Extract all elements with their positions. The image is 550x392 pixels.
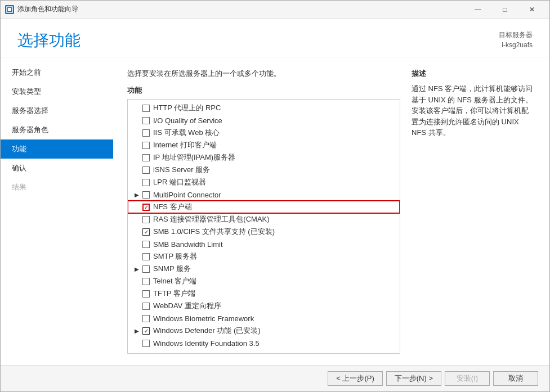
cancel-button[interactable]: 取消	[493, 371, 538, 386]
feature-label: iSNS Server 服务	[153, 165, 210, 175]
features-label: 功能	[127, 85, 400, 96]
nfs-client-item[interactable]: NFS 客户端	[128, 201, 400, 213]
window-title: 添加角色和功能向导	[17, 4, 78, 14]
expand-arrow-icon[interactable]: ▶	[132, 190, 141, 199]
expand-placeholder	[132, 277, 141, 286]
feature-checkbox[interactable]	[142, 142, 150, 149]
main-content: 选择要安装在所选服务器上的一个或多个功能。 功能 HTTP 代理上的 RPC	[113, 57, 549, 365]
expand-placeholder	[132, 240, 141, 249]
feature-label: Internet 打印客户端	[153, 140, 217, 150]
feature-checkbox[interactable]	[142, 315, 150, 322]
sidebar-item-features[interactable]: 功能	[1, 139, 113, 159]
feature-label: WebDAV 重定向程序	[153, 301, 221, 311]
maximize-button[interactable]: □	[492, 1, 518, 19]
next-button[interactable]: 下一步(N) >	[386, 371, 441, 386]
feature-checkbox[interactable]	[142, 179, 150, 186]
expand-arrow-icon[interactable]: ▶	[132, 264, 141, 273]
list-item[interactable]: ▶ SNMP 服务	[128, 263, 400, 275]
feature-checkbox[interactable]	[142, 154, 150, 161]
list-item[interactable]: SMB 1.0/CIFS 文件共享支持 (已安装)	[128, 226, 400, 238]
list-item[interactable]: SMB Bandwidth Limit	[128, 238, 400, 250]
feature-label: MultiPoint Connector	[153, 191, 221, 199]
content-area: 选择功能 目标服务器 i-ksg2uafs 开始之前 安装类型 服务器选择 服务…	[1, 19, 549, 391]
feature-label: SNMP 服务	[153, 264, 191, 274]
sidebar-item-confirm[interactable]: 确认	[1, 159, 113, 178]
page-title: 选择功能	[17, 30, 81, 51]
server-info: 目标服务器 i-ksg2uafs	[499, 30, 533, 50]
feature-label: Windows Defender 功能 (已安装)	[153, 326, 261, 336]
features-list-container[interactable]: HTTP 代理上的 RPC I/O Quality of Service	[127, 99, 400, 354]
feature-label: SMB Bandwidth Limit	[153, 240, 223, 249]
list-item[interactable]: Telnet 客户端	[128, 275, 400, 287]
feature-label: Telnet 客户端	[153, 276, 196, 286]
feature-checkbox[interactable]	[142, 117, 150, 124]
description-text: 通过 NFS 客户端，此计算机能够访问基于 UNIX 的 NFS 服务器上的文件…	[412, 83, 535, 138]
svg-rect-1	[8, 8, 11, 11]
expand-placeholder	[132, 128, 141, 137]
install-button[interactable]: 安装(I)	[445, 371, 490, 386]
nfs-checkbox[interactable]	[142, 204, 150, 211]
feature-checkbox[interactable]	[142, 303, 150, 310]
list-item[interactable]: ▶ MultiPoint Connector	[128, 188, 400, 201]
expand-placeholder	[132, 165, 141, 174]
sidebar-item-install-type[interactable]: 安装类型	[1, 82, 113, 101]
description-label: 描述	[412, 69, 535, 79]
feature-label: IIS 可承载 Web 核心	[153, 128, 220, 138]
feature-checkbox[interactable]	[142, 340, 150, 347]
app-icon	[5, 5, 14, 14]
expand-placeholder	[132, 103, 141, 112]
sidebar-item-server-roles[interactable]: 服务器角色	[1, 120, 113, 139]
list-item[interactable]: Internet 打印客户端	[128, 139, 400, 151]
feature-checkbox[interactable]	[142, 265, 150, 273]
list-item[interactable]: IP 地址管理(IPAM)服务器	[128, 151, 400, 164]
feature-label: LPR 端口监视器	[153, 177, 206, 187]
list-item[interactable]: IIS 可承载 Web 核心	[128, 127, 400, 139]
sidebar-item-start[interactable]: 开始之前	[1, 63, 113, 82]
list-item[interactable]: SMTP 服务器	[128, 250, 400, 263]
feature-checkbox[interactable]	[142, 228, 150, 236]
list-item[interactable]: ▶ Windows Defender 功能 (已安装)	[128, 325, 400, 337]
prev-button[interactable]: < 上一步(P)	[328, 371, 383, 386]
feature-label: TFTP 客户端	[153, 289, 195, 299]
list-item[interactable]: iSNS Server 服务	[128, 164, 400, 176]
list-item[interactable]: RAS 连接管理器管理工具包(CMAK)	[128, 213, 400, 226]
feature-label: IP 地址管理(IPAM)服务器	[153, 152, 235, 163]
list-item[interactable]: LPR 端口监视器	[128, 176, 400, 188]
close-button[interactable]: ✕	[519, 1, 545, 19]
feature-checkbox[interactable]	[142, 327, 150, 335]
feature-label: HTTP 代理上的 RPC	[153, 103, 221, 113]
feature-checkbox[interactable]	[142, 191, 150, 199]
minimize-button[interactable]: —	[465, 1, 491, 19]
feature-checkbox[interactable]	[142, 129, 150, 137]
main-area: 开始之前 安装类型 服务器选择 服务器角色 功能 确认 结果 选择要安装在所选服…	[1, 57, 549, 365]
feature-checkbox[interactable]	[142, 241, 150, 248]
expand-placeholder	[132, 339, 141, 348]
list-item[interactable]: Windows Identity Foundation 3.5	[128, 337, 400, 349]
feature-checkbox[interactable]	[142, 166, 150, 174]
feature-label: Windows Identity Foundation 3.5	[153, 339, 260, 348]
list-item[interactable]: HTTP 代理上的 RPC	[128, 102, 400, 114]
expand-placeholder	[132, 215, 141, 224]
feature-checkbox[interactable]	[142, 253, 150, 260]
feature-checkbox[interactable]	[142, 290, 150, 298]
expand-placeholder	[132, 141, 141, 150]
list-item[interactable]: TFTP 客户端	[128, 287, 400, 300]
feature-checkbox[interactable]	[142, 216, 150, 223]
feature-checkbox[interactable]	[142, 105, 150, 112]
sidebar: 开始之前 安装类型 服务器选择 服务器角色 功能 确认 结果	[1, 57, 113, 365]
feature-checkbox[interactable]	[142, 278, 150, 285]
sidebar-item-server-select[interactable]: 服务器选择	[1, 101, 113, 120]
list-item[interactable]: WebDAV 重定向程序	[128, 300, 400, 312]
feature-label: RAS 连接管理器管理工具包(CMAK)	[153, 214, 270, 224]
feature-label: SMTP 服务器	[153, 251, 198, 262]
nfs-label: NFS 客户端	[153, 202, 192, 212]
list-item[interactable]: Windows Biometric Framework	[128, 312, 400, 325]
expand-placeholder	[132, 178, 141, 187]
footer: < 上一步(P) 下一步(N) > 安装(I) 取消	[1, 365, 549, 391]
description-panel: 描述 通过 NFS 客户端，此计算机能够访问基于 UNIX 的 NFS 服务器上…	[412, 69, 535, 354]
list-item[interactable]: I/O Quality of Service	[128, 114, 400, 127]
expand-arrow-icon[interactable]: ▶	[132, 326, 141, 335]
expand-placeholder	[132, 289, 141, 298]
title-bar-left: 添加角色和功能向导	[5, 4, 78, 14]
features-list: HTTP 代理上的 RPC I/O Quality of Service	[128, 100, 400, 352]
